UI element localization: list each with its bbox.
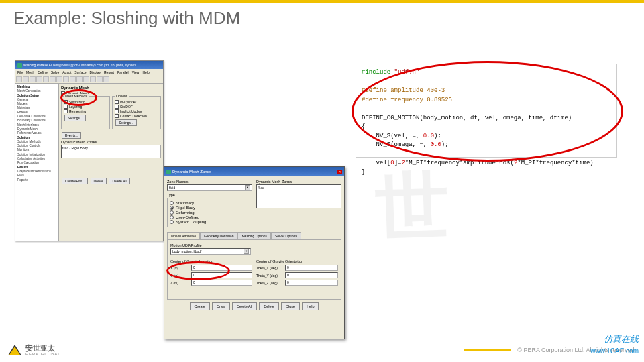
toolbar-button[interactable] bbox=[103, 76, 109, 82]
meshmethods-label: Mesh Methods bbox=[64, 94, 89, 98]
incyl-checkbox[interactable]: In-Cylinder bbox=[115, 100, 158, 104]
toolbar-button[interactable] bbox=[36, 76, 42, 82]
zone-names-label: Zone Names bbox=[167, 180, 252, 184]
layering-checkbox[interactable]: Layering bbox=[64, 105, 107, 109]
motion-pane: Motion UDF/Profile body_motion::libudf▼ … bbox=[167, 239, 341, 300]
menu-surface[interactable]: Surface bbox=[74, 70, 86, 74]
y-input[interactable]: 0 bbox=[191, 272, 252, 278]
logo-cn: 安世亚太 bbox=[25, 345, 61, 352]
app-icon bbox=[17, 63, 22, 68]
menu-solve[interactable]: Solve bbox=[51, 70, 60, 74]
dmz-listbox[interactable]: fluid - Rigid Body bbox=[61, 145, 161, 158]
toolbar-button[interactable] bbox=[23, 76, 29, 82]
chevron-down-icon: ▼ bbox=[245, 185, 250, 190]
x-label: X (m) bbox=[170, 266, 189, 270]
sixdof-checkbox[interactable]: Six DOF bbox=[115, 105, 158, 109]
menu-view[interactable]: View bbox=[132, 70, 140, 74]
menu-help[interactable]: Help bbox=[142, 70, 149, 74]
z-input[interactable]: 0 bbox=[191, 280, 252, 286]
pera-logo: 安世亚太 PERA GLOBAL bbox=[8, 345, 61, 356]
tab-geom[interactable]: Geometry Definition bbox=[200, 232, 237, 239]
toolbar bbox=[15, 76, 163, 84]
menu-report[interactable]: Report bbox=[104, 70, 114, 74]
toolbar-button[interactable] bbox=[30, 76, 36, 82]
settings-button[interactable]: Settings... bbox=[64, 115, 86, 121]
tx-label: Theta_X (deg) bbox=[256, 266, 283, 270]
slide-content: sloshing Parallel Fluent@bousupport2.win… bbox=[0, 37, 644, 339]
menu-file[interactable]: File bbox=[17, 70, 23, 74]
toolbar-button[interactable] bbox=[70, 76, 76, 82]
delete-all-button2[interactable]: Delete All bbox=[232, 302, 257, 310]
stationary-radio[interactable]: Stationary bbox=[170, 201, 250, 205]
user-defined-radio[interactable]: User-Defined bbox=[170, 215, 250, 219]
events-button[interactable]: Events... bbox=[62, 132, 81, 139]
toolbar-button[interactable] bbox=[90, 76, 96, 82]
dialog-buttons: Create Draw Delete All Delete Close Help bbox=[167, 302, 341, 310]
type-label: Type bbox=[167, 193, 252, 197]
remeshing-checkbox[interactable]: Remeshing bbox=[64, 109, 107, 113]
watermark: 世 bbox=[374, 156, 451, 259]
close-button[interactable]: Close bbox=[281, 302, 300, 310]
toolbar-button[interactable] bbox=[50, 76, 56, 82]
cae-watermark: 仿真在线 www.1CAE.com bbox=[590, 333, 639, 356]
dialog-icon bbox=[166, 170, 171, 174]
fluent-window: sloshing Parallel Fluent@bousupport2.win… bbox=[15, 60, 164, 241]
tz-label: Theta_Z (deg) bbox=[256, 281, 283, 285]
dmz-label2: Dynamic Mesh Zones bbox=[256, 180, 341, 184]
menu-mesh[interactable]: Mesh bbox=[26, 70, 34, 74]
delete-all-button[interactable]: Delete All bbox=[109, 178, 129, 184]
tab-mesh[interactable]: Meshing Options bbox=[237, 232, 271, 239]
nav-tree[interactable]: Meshing Mesh Generation Solution Setup G… bbox=[15, 84, 59, 241]
accent-line bbox=[464, 349, 511, 351]
menu-parallel[interactable]: Parallel bbox=[117, 70, 129, 74]
win2-titlebar[interactable]: Dynamic Mesh Zones × bbox=[164, 167, 344, 176]
close-icon[interactable]: × bbox=[337, 170, 342, 174]
system-coupling-radio[interactable]: System Coupling bbox=[170, 220, 250, 224]
tabs: Motion Attributes Geometry Definition Me… bbox=[167, 232, 341, 239]
delete-button2[interactable]: Delete bbox=[259, 302, 279, 310]
rigid-body-radio[interactable]: Rigid Body bbox=[170, 206, 250, 210]
toolbar-button[interactable] bbox=[43, 76, 49, 82]
contact-checkbox[interactable]: Contact Detection bbox=[115, 114, 158, 118]
draw-button[interactable]: Draw bbox=[212, 302, 230, 310]
footer: 安世亚太 PERA GLOBAL © PERA Corporation Ltd.… bbox=[0, 338, 644, 362]
udf-code: #include "udf.h" #define amplitude 40e-3… bbox=[356, 64, 617, 158]
help-button[interactable]: Help bbox=[302, 302, 319, 310]
ty-input[interactable]: 0 bbox=[285, 272, 338, 278]
tree-reports[interactable]: Reports bbox=[17, 178, 57, 182]
win1-title-text: sloshing Parallel Fluent@bousupport2.win… bbox=[23, 63, 138, 67]
create-edit-button[interactable]: Create/Edit... bbox=[62, 178, 88, 184]
x-input[interactable]: 0 bbox=[191, 265, 252, 271]
toolbar-button[interactable] bbox=[97, 76, 103, 82]
udf-label: Motion UDF/Profile bbox=[170, 243, 338, 247]
tx-input[interactable]: 0 bbox=[285, 265, 338, 271]
menu-display[interactable]: Display bbox=[90, 70, 101, 74]
menu-define[interactable]: Define bbox=[38, 70, 47, 74]
zone-names-dropdown[interactable]: fluid▼ bbox=[167, 184, 252, 191]
dmz-list[interactable]: fluid bbox=[256, 184, 341, 208]
toolbar-button[interactable] bbox=[76, 76, 83, 82]
settings2-button[interactable]: Settings... bbox=[115, 119, 137, 126]
delete-button[interactable]: Delete bbox=[91, 178, 107, 184]
tab-motion[interactable]: Motion Attributes bbox=[167, 232, 200, 239]
toolbar-button[interactable] bbox=[83, 76, 89, 82]
tab-solver[interactable]: Solver Options bbox=[271, 232, 301, 239]
menu-adapt[interactable]: Adapt bbox=[62, 70, 71, 74]
smoothing-checkbox[interactable]: ✓Smoothing bbox=[64, 100, 107, 104]
create-button[interactable]: Create bbox=[190, 302, 211, 310]
dmz-label: Dynamic Mesh Zones bbox=[61, 140, 161, 144]
ty-label: Theta_Y (deg) bbox=[256, 274, 283, 278]
slide-title: Example: Sloshing with MDM bbox=[13, 8, 240, 29]
toolbar-button[interactable] bbox=[16, 76, 22, 82]
tz-input[interactable]: 0 bbox=[285, 280, 338, 286]
deforming-radio[interactable]: Deforming bbox=[170, 210, 250, 215]
implicit-checkbox[interactable]: Implicit Update bbox=[115, 109, 158, 113]
win1-titlebar[interactable]: sloshing Parallel Fluent@bousupport2.win… bbox=[15, 61, 163, 69]
motion-udf-dropdown[interactable]: body_motion::libudf▼ bbox=[170, 248, 251, 255]
logo-en: PERA GLOBAL bbox=[25, 352, 61, 356]
menubar[interactable]: File Mesh Define Solve Adapt Surface Dis… bbox=[15, 69, 163, 76]
chevron-down-icon: ▼ bbox=[244, 249, 249, 254]
toolbar-button[interactable] bbox=[63, 76, 69, 82]
cg-ori-label: Center of Gravity Orientation bbox=[256, 259, 338, 263]
toolbar-button[interactable] bbox=[56, 76, 62, 82]
